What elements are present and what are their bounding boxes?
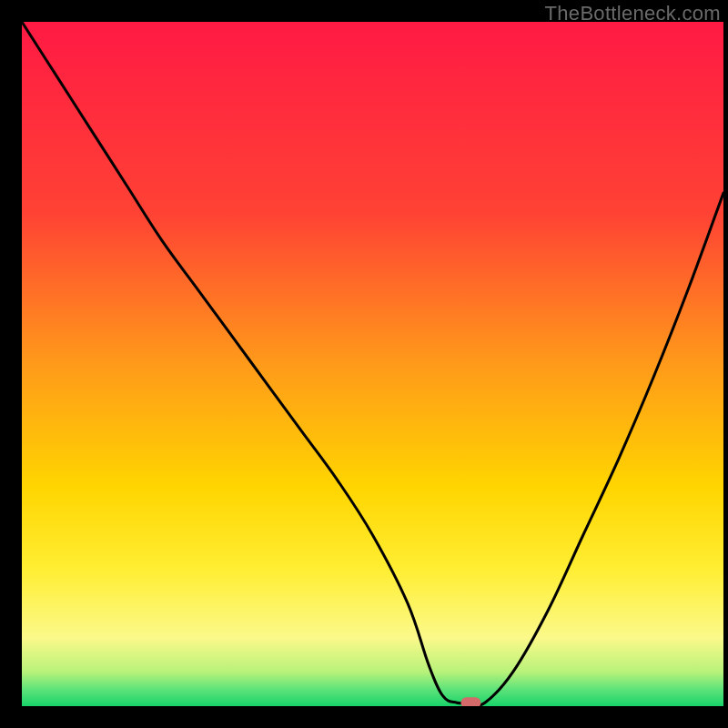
chart-frame: TheBottleneck.com (0, 0, 728, 728)
plot-area (22, 22, 723, 706)
watermark-text: TheBottleneck.com (545, 2, 721, 25)
valley-marker (460, 697, 480, 706)
gradient-background (22, 22, 723, 706)
bottleneck-chart (22, 22, 723, 706)
